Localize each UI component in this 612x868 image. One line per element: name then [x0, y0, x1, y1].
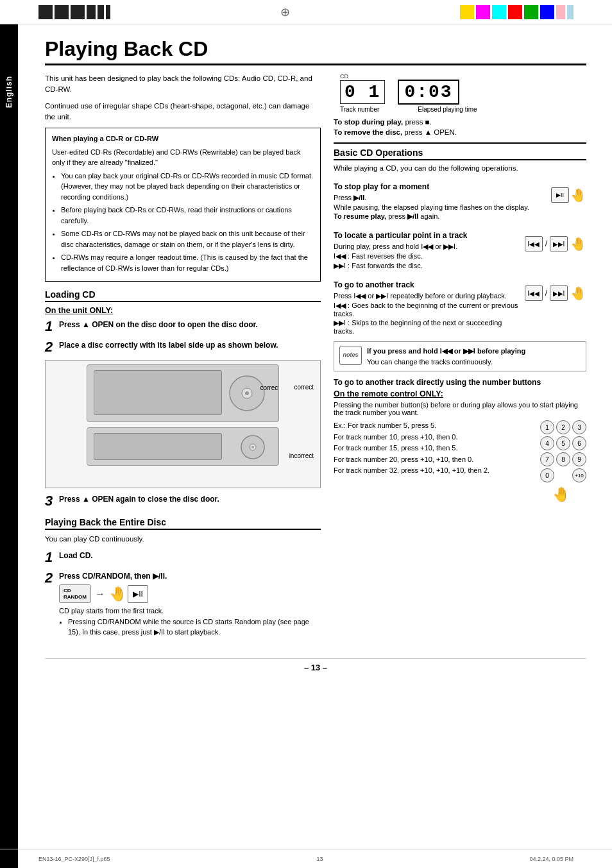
step-number-1: 1 [45, 319, 56, 334]
cd-image-area: correct [45, 360, 321, 488]
slash-sep: / [545, 239, 547, 248]
sidebar-label: English [4, 76, 13, 108]
another-track-icons: I◀◀ / ▶▶I 🤚 [525, 275, 586, 301]
step-1-text: Press ▲ OPEN on the disc door to open th… [59, 319, 258, 330]
example-0: Ex.: For track number 5, press 5. [334, 420, 529, 432]
key-2: 2 [556, 420, 570, 434]
correct-label-pos: correct [294, 384, 314, 391]
another-track-b1: I◀◀ : Goes back to the beginning of the … [334, 302, 525, 318]
main-content: Playing Back CD This unit has been desig… [32, 31, 599, 679]
color-block-lightblue [567, 5, 574, 19]
stop-moment-detail: While pausing, the elapsed playing time … [334, 203, 547, 211]
playback-section-header: Playing Back the Entire Disc [45, 517, 321, 530]
time-label: Elapsed playing time [418, 106, 477, 113]
color-block-green [524, 5, 538, 19]
example-3: For track number 20, press +10, +10, the… [334, 454, 529, 466]
pb-step-2-detail: CD play starts from the first track. [59, 606, 321, 617]
stop-moment-text: Press ▶/II. [334, 194, 547, 202]
page-title: Playing Back CD [45, 37, 586, 65]
number-buttons-section: To go to another track directly using th… [334, 378, 586, 503]
color-block-magenta [476, 5, 490, 19]
left-column: This unit has been designed to play back… [45, 73, 321, 645]
slash-sep-2: / [545, 289, 547, 298]
notes-box: notes If you press and hold I◀◀ or ▶▶I b… [334, 341, 586, 371]
pb-step-number-1: 1 [45, 550, 56, 565]
list-item: Some CD-Rs or CD-RWs may not be played b… [61, 228, 314, 250]
key-8: 8 [556, 452, 570, 466]
pb-step-2-bullets: Pressing CD/RANDOM while the source is C… [68, 617, 321, 638]
playback-intro: You can play CD continuously. [45, 534, 321, 545]
key-6: 6 [572, 436, 586, 450]
right-column: CD 0 1 0:03 Track number Elapsed playing… [334, 73, 586, 645]
stop-moment-icon: ▶II 🤚 [547, 177, 586, 203]
pb-step-number-2: 2 [45, 570, 56, 586]
black-block-4 [87, 5, 96, 19]
another-track-text: To go to another track Press I◀◀ or ▶▶I … [334, 275, 525, 335]
play-pause-icon-box: ▶II [128, 585, 148, 603]
key-7: 7 [540, 452, 554, 466]
cd-disc-correct-svg [228, 375, 266, 412]
display-area: CD 0 1 0:03 Track number Elapsed playing… [334, 73, 586, 113]
prev-skip-icon: I◀◀ [525, 236, 543, 251]
color-block-blue [540, 5, 554, 19]
notes-bold-text: If you press and hold I◀◀ or ▶▶I before … [367, 347, 525, 355]
sidebar: English [0, 24, 18, 868]
step-2-text: Place a disc correctly with its label si… [59, 339, 278, 351]
black-blocks [38, 5, 110, 19]
on-remote-only-label: On the remote control ONLY: [334, 389, 586, 398]
locate-point-section: To locate a particular point in a track … [334, 226, 586, 270]
locate-header: To locate a particular point in a track [334, 231, 525, 240]
hand-stop-icon: 🤚 [570, 187, 586, 203]
prev-icon: I◀◀ [525, 285, 543, 301]
file-info: EN13-16_PC-X290[J]_f.p65 [38, 856, 110, 862]
locate-point-text: To locate a particular point in a track … [334, 226, 525, 270]
display-row: 0 1 0:03 [340, 80, 586, 105]
list-item: You can play back your original CD-Rs or… [61, 171, 314, 203]
key-plus10: +10 [572, 468, 586, 482]
top-bar-right [460, 5, 574, 19]
notes-text: You can change the tracks continuously. [367, 358, 493, 366]
basic-ops-header: Basic CD Operations [334, 148, 586, 160]
loading-cd-header: Loading CD [45, 289, 321, 302]
compass-icon: ⊕ [280, 5, 290, 19]
step-3-text: Press ▲ OPEN again to close the disc doo… [59, 493, 219, 505]
step-2: 2 Place a disc correctly with its label … [45, 339, 321, 355]
page-number: – 13 – [304, 663, 327, 672]
track-number-display: 0 1 [340, 80, 385, 104]
color-block-red [508, 5, 522, 19]
black-block-2 [55, 5, 69, 19]
loading-steps: 1 Press ▲ OPEN on the disc door to open … [45, 319, 321, 509]
hand-track-icon: 🤚 [570, 285, 586, 301]
notes-label: notes [343, 351, 358, 360]
stop-moment-text-area: To stop play for a moment Press ▶/II. Wh… [334, 177, 547, 221]
key-0: 0 [540, 468, 554, 482]
examples-text: Ex.: For track number 5, press 5. For tr… [334, 420, 529, 477]
intro-text-2: Continued use of irregular shape CDs (he… [45, 101, 321, 123]
remote-keypad: 1 2 3 4 5 6 7 8 9 0 +10 [540, 420, 586, 482]
locate-b2: ▶▶I : Fast forwards the disc. [334, 262, 525, 270]
basic-ops-intro: While playing a CD, you can do the follo… [334, 164, 586, 172]
color-block-cyan [492, 5, 506, 19]
next-icon: ▶▶I [550, 285, 568, 301]
locate-icons: I◀◀ / ▶▶I 🤚 [525, 226, 586, 251]
key-4: 4 [540, 436, 554, 450]
remote-keypad-area: 1 2 3 4 5 6 7 8 9 0 +10 [535, 420, 586, 503]
key-9: 9 [572, 452, 586, 466]
another-track-b2: ▶▶I : Skips to the beginning of the next… [334, 319, 525, 335]
black-block-3 [71, 5, 85, 19]
another-track-intro: Press I◀◀ or ▶▶I repeatedly before or du… [334, 292, 525, 300]
example-2: For track number 15, press +10, then 5. [334, 443, 529, 454]
page-num-bottom: 13 [317, 856, 323, 862]
pb-step-2-title: Press CD/RANDOM, then ▶/II. [59, 570, 321, 582]
step-number-2: 2 [45, 339, 56, 355]
step-1: 1 Press ▲ OPEN on the disc door to open … [45, 319, 321, 334]
date-info: 04.2.24, 0:05 PM [529, 856, 574, 862]
pb-step-1-text: Load CD. [59, 550, 93, 561]
color-block-pink [556, 5, 565, 19]
number-buttons-header: To go to another track directly using th… [334, 378, 586, 387]
display-labels: Track number Elapsed playing time [340, 106, 586, 113]
remove-text: To remove the disc, press ▲ OPEN. [334, 128, 586, 136]
list-item: Before playing back CD-Rs or CD-RWs, rea… [61, 205, 314, 226]
pb-step-1: 1 Load CD. [45, 550, 321, 565]
playback-illustration: CD RANDOM → 🤚 ▶II [59, 584, 321, 603]
